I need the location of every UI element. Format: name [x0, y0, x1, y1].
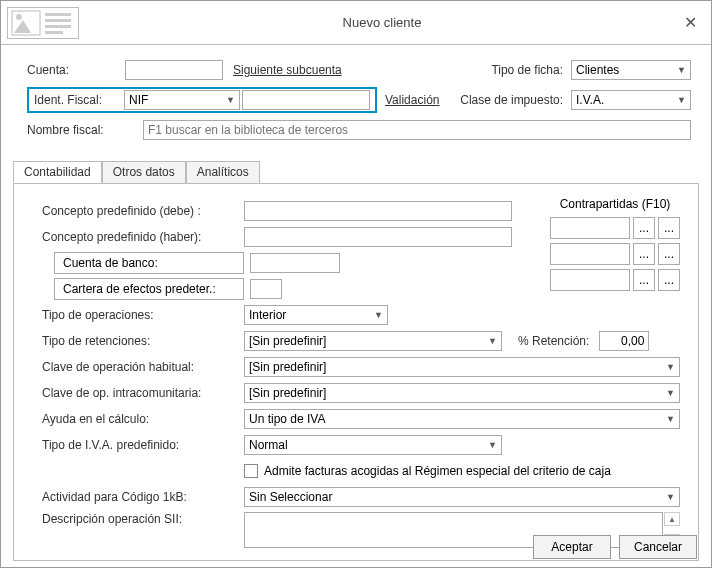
contrapartida-slot[interactable] [550, 243, 630, 265]
clave-intra-select[interactable]: [Sin predefinir]▼ [244, 383, 680, 403]
tipo-retenciones-label: Tipo de retenciones: [42, 334, 244, 348]
tab-contabilidad[interactable]: Contabilidad [13, 161, 102, 183]
contrapartidas-panel: Contrapartidas (F10) ...... ...... .....… [550, 197, 680, 295]
iva-predefinido-select[interactable]: Normal▼ [244, 435, 502, 455]
ayuda-calculo-select[interactable]: Un tipo de IVA▼ [244, 409, 680, 429]
siguiente-subcuenta-link[interactable]: Siguiente subcuenta [233, 63, 342, 77]
nombre-fiscal-input[interactable] [143, 120, 691, 140]
top-form: Cuenta: Siguiente subcuenta Tipo de fich… [1, 45, 711, 155]
ellipsis-button[interactable]: ... [633, 243, 655, 265]
cuenta-banco-input[interactable] [250, 253, 340, 273]
clave-habitual-label: Clave de operación habitual: [42, 360, 244, 374]
svg-rect-4 [45, 19, 71, 22]
footer: Aceptar Cancelar [533, 535, 697, 559]
ayuda-calculo-label: Ayuda en el cálculo: [42, 412, 244, 426]
cartera-efectos-input[interactable] [250, 279, 282, 299]
ellipsis-button[interactable]: ... [658, 269, 680, 291]
clase-impuesto-select[interactable]: I.V.A.▼ [571, 90, 691, 110]
ident-fiscal-select[interactable]: NIF▼ [124, 90, 240, 110]
ident-fiscal-value: NIF [129, 93, 148, 107]
chevron-down-icon: ▼ [677, 65, 686, 75]
tipo-ficha-value: Clientes [576, 63, 619, 77]
concepto-debe-input[interactable] [244, 201, 512, 221]
chevron-down-icon: ▼ [374, 310, 383, 320]
ident-fiscal-group: Ident. Fiscal: NIF▼ [27, 87, 377, 113]
actividad-1kb-select[interactable]: Sin Seleccionar▼ [244, 487, 680, 507]
tipo-operaciones-label: Tipo de operaciones: [42, 308, 244, 322]
tipo-operaciones-select[interactable]: Interior▼ [244, 305, 388, 325]
pct-retencion-label: % Retención: [518, 334, 589, 348]
tab-analiticos[interactable]: Analíticos [186, 161, 260, 183]
criterio-caja-checkbox[interactable] [244, 464, 258, 478]
contrapartidas-header: Contrapartidas (F10) [550, 197, 680, 211]
clase-impuesto-value: I.V.A. [576, 93, 604, 107]
tipo-ficha-select[interactable]: Clientes▼ [571, 60, 691, 80]
chevron-down-icon: ▼ [488, 336, 497, 346]
chevron-down-icon: ▼ [666, 492, 675, 502]
ident-fiscal-label: Ident. Fiscal: [30, 93, 124, 107]
concepto-debe-label: Concepto predefinido (debe) : [42, 204, 244, 218]
ellipsis-button[interactable]: ... [658, 217, 680, 239]
concepto-haber-input[interactable] [244, 227, 512, 247]
cancel-button[interactable]: Cancelar [619, 535, 697, 559]
chevron-down-icon: ▼ [666, 388, 675, 398]
cuenta-banco-button[interactable]: Cuenta de banco: [54, 252, 244, 274]
svg-rect-3 [45, 13, 71, 16]
tipo-ficha-label: Tipo de ficha: [491, 63, 563, 77]
close-icon[interactable]: ✕ [675, 8, 705, 38]
cartera-efectos-button[interactable]: Cartera de efectos predeter.: [54, 278, 244, 300]
validacion-link[interactable]: Validación [385, 93, 439, 107]
chevron-down-icon: ▼ [666, 362, 675, 372]
titlebar: Nuevo cliente ✕ [1, 1, 711, 45]
chevron-down-icon: ▼ [677, 95, 686, 105]
svg-rect-6 [45, 31, 63, 34]
svg-point-2 [16, 14, 22, 20]
ellipsis-button[interactable]: ... [658, 243, 680, 265]
svg-rect-5 [45, 25, 71, 28]
tipo-retenciones-select[interactable]: [Sin predefinir]▼ [244, 331, 502, 351]
scroll-up-icon[interactable]: ▲ [664, 512, 680, 526]
concepto-haber-label: Concepto predefinido (haber): [42, 230, 244, 244]
chevron-down-icon: ▼ [488, 440, 497, 450]
tabstrip: Contabilidad Otros datos Analíticos [13, 161, 260, 183]
accept-button[interactable]: Aceptar [533, 535, 611, 559]
ellipsis-button[interactable]: ... [633, 269, 655, 291]
contrapartida-slot[interactable] [550, 217, 630, 239]
clave-intra-label: Clave de op. intracomunitaria: [42, 386, 244, 400]
desc-sii-label: Descripción operación SII: [42, 512, 244, 526]
clave-habitual-select[interactable]: [Sin predefinir]▼ [244, 357, 680, 377]
cuenta-label: Cuenta: [27, 63, 125, 77]
nombre-fiscal-label: Nombre fiscal: [27, 123, 143, 137]
tab-otros-datos[interactable]: Otros datos [102, 161, 186, 183]
svg-marker-1 [14, 20, 31, 33]
chevron-down-icon: ▼ [666, 414, 675, 424]
chevron-down-icon: ▼ [226, 95, 235, 105]
criterio-caja-label: Admite facturas acogidas al Régimen espe… [264, 464, 611, 478]
tabs-container: Contabilidad Otros datos Analíticos Cont… [13, 183, 699, 561]
actividad-1kb-label: Actividad para Código 1kB: [42, 490, 244, 504]
ellipsis-button[interactable]: ... [633, 217, 655, 239]
window-title: Nuevo cliente [89, 15, 675, 30]
tab-body: Contrapartidas (F10) ...... ...... .....… [14, 183, 698, 560]
clase-impuesto-label: Clase de impuesto: [460, 93, 563, 107]
window-icon [7, 7, 79, 39]
pct-retencion-input[interactable] [599, 331, 649, 351]
iva-predefinido-label: Tipo de I.V.A. predefinido: [42, 438, 244, 452]
cuenta-input[interactable] [125, 60, 223, 80]
contrapartida-slot[interactable] [550, 269, 630, 291]
ident-fiscal-input[interactable] [242, 90, 370, 110]
